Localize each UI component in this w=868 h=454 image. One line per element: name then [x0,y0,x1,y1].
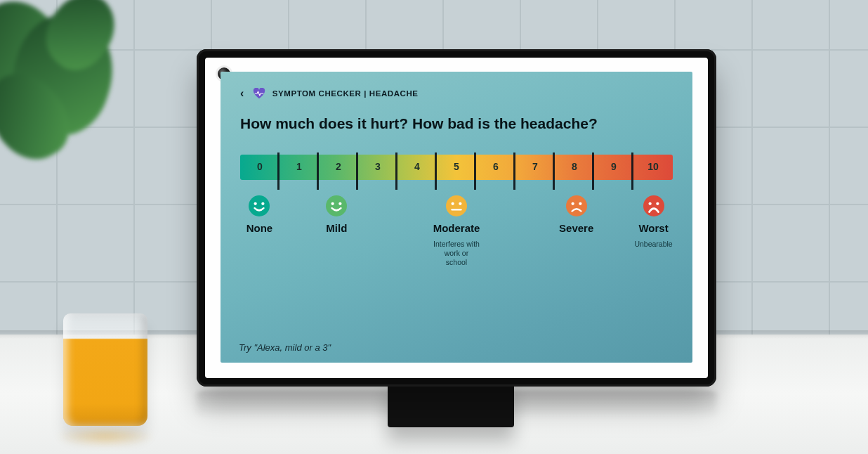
back-button[interactable]: ‹ [240,84,246,103]
svg-point-14 [648,202,651,205]
scale-value-9[interactable]: 9 [594,155,633,180]
orange-juice-glass [63,313,147,426]
app-title: SYMPTOM CHECKER | HEADACHE [272,89,419,98]
scale-level-slot-4 [395,195,433,267]
level-label-severe: Severe [559,222,593,234]
juice-reflection [56,426,154,447]
face-icon-worst[interactable] [643,195,664,216]
symptom-checker-app: ‹ SYMPTOM CHECKER | HEADACHE How much do… [221,72,692,363]
face-icon-mild[interactable] [326,195,347,216]
svg-point-7 [452,202,454,205]
svg-point-5 [339,202,342,205]
svg-point-13 [643,195,664,216]
scale-level-slot-8: Severe [557,195,596,267]
scale-value-5[interactable]: 5 [437,155,476,180]
voice-hint-text: Try "Alexa, mild or a 3" [239,342,331,353]
level-label-moderate: Moderate [433,222,480,234]
level-sublabel-worst: Unbearable [634,240,672,249]
scale-level-slot-10: WorstUnbearable [634,195,673,267]
pain-scale-bar: 012345678910 [240,155,673,180]
plant-decor [0,0,126,176]
svg-point-3 [326,195,347,216]
heart-health-icon [253,88,265,99]
scale-level-slot-2: Mild [317,195,356,267]
scale-value-3[interactable]: 3 [358,155,397,180]
kitchen-scene: ‹ SYMPTOM CHECKER | HEADACHE How much do… [0,0,868,454]
scale-level-slot-5: ModerateInterferes with work or school [433,195,480,267]
smart-display-device: ‹ SYMPTOM CHECKER | HEADACHE How much do… [197,49,716,387]
scale-level-slot-9 [596,195,634,267]
level-label-mild: Mild [326,222,347,234]
svg-point-6 [446,195,467,216]
device-bezel: ‹ SYMPTOM CHECKER | HEADACHE How much do… [205,58,708,378]
face-icon-moderate[interactable] [446,195,467,216]
scale-value-8[interactable]: 8 [555,155,594,180]
level-label-worst: Worst [638,222,668,234]
pain-scale-ticks: 012345678910 [240,155,673,180]
scale-level-slot-7 [518,195,557,267]
face-icon-severe[interactable] [566,195,587,216]
svg-point-1 [254,202,257,205]
level-sublabel-moderate: Interferes with work or school [433,240,480,267]
svg-point-0 [249,195,270,216]
scale-value-7[interactable]: 7 [515,155,555,180]
scale-level-slot-3 [356,195,395,267]
app-header: ‹ SYMPTOM CHECKER | HEADACHE [240,84,673,103]
svg-point-8 [459,202,461,205]
face-icon-none[interactable] [249,195,270,216]
scale-value-0[interactable]: 0 [240,155,280,180]
svg-point-2 [262,202,265,205]
scale-level-slot-1 [279,195,317,267]
question-text: How much does it hurt? How bad is the he… [240,115,673,132]
scale-value-2[interactable]: 2 [319,155,358,180]
scale-value-6[interactable]: 6 [476,155,515,180]
scale-level-slot-6 [480,195,518,267]
svg-point-15 [656,202,659,205]
scale-value-4[interactable]: 4 [397,155,437,180]
scale-level-slot-0: None [240,195,279,267]
svg-point-11 [571,202,574,205]
svg-point-12 [579,202,581,205]
pain-scale: 012345678910 NoneMildModerateInterferes … [240,155,673,267]
svg-point-4 [331,202,334,205]
pain-scale-faces-row: NoneMildModerateInterferes with work or … [240,195,673,267]
svg-point-10 [566,195,587,216]
scale-value-10[interactable]: 10 [633,155,673,180]
level-label-none: None [246,222,273,234]
scale-value-1[interactable]: 1 [280,155,319,180]
